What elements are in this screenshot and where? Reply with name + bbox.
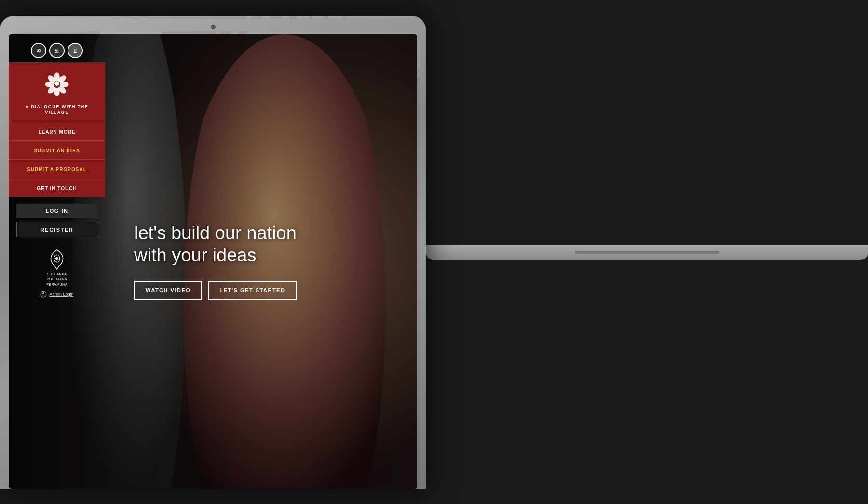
admin-login-label[interactable]: Admin Login xyxy=(49,292,73,297)
watch-video-button[interactable]: WATCH VIDEO xyxy=(134,281,202,300)
hero-section: let's build our nation with your ideas W… xyxy=(105,34,417,489)
slpp-logo-icon xyxy=(48,249,66,270)
laptop-camera xyxy=(211,25,216,29)
nav-item-learn-more[interactable]: LEARN MORE xyxy=(9,122,105,140)
laptop-base xyxy=(426,245,868,260)
language-switcher: ශ த E xyxy=(31,43,83,58)
lang-sinhala[interactable]: ශ xyxy=(31,43,46,58)
sidebar: ශ த E xyxy=(9,34,105,489)
logo-nav-area: A DIALOGUE WITH THE VILLAGE xyxy=(9,62,105,122)
get-started-button[interactable]: LET'S GET STARTED xyxy=(208,281,297,300)
site-logo-icon xyxy=(42,70,71,99)
login-button[interactable]: LOG IN xyxy=(16,204,97,218)
hero-buttons: WATCH VIDEO LET'S GET STARTED xyxy=(134,281,417,300)
admin-icon xyxy=(40,291,47,298)
nav-item-get-in-touch[interactable]: GET IN TOUCH xyxy=(9,178,105,197)
trackpad-indicator xyxy=(575,251,719,254)
slpp-logo-section: SRI LANKA PODUJANA PERAMUNA Admin Login xyxy=(40,244,73,300)
lang-english[interactable]: E xyxy=(68,43,83,58)
screen-content: ශ த E xyxy=(9,34,417,489)
svg-point-13 xyxy=(42,292,44,294)
nav-item-submit-proposal[interactable]: SUBMIT A PROPOSAL xyxy=(9,159,105,178)
auth-section: LOG IN REGISTER xyxy=(9,197,105,244)
svg-point-11 xyxy=(55,257,58,260)
laptop-shell: ශ த E xyxy=(0,16,426,489)
nav-item-submit-idea[interactable]: SUBMIT AN IDEA xyxy=(9,140,105,159)
site-title: A DIALOGUE WITH THE VILLAGE xyxy=(14,104,99,116)
register-button[interactable]: REGISTER xyxy=(16,222,97,237)
laptop-screen: ශ த E xyxy=(9,34,417,489)
lang-tamil[interactable]: த xyxy=(49,43,65,58)
slpp-name: SRI LANKA PODUJANA PERAMUNA xyxy=(46,272,68,287)
nav-menu: LEARN MORE SUBMIT AN IDEA SUBMIT A PROPO… xyxy=(9,122,105,197)
admin-login-link[interactable]: Admin Login xyxy=(40,291,73,298)
hero-heading: let's build our nation with your ideas xyxy=(134,222,385,266)
